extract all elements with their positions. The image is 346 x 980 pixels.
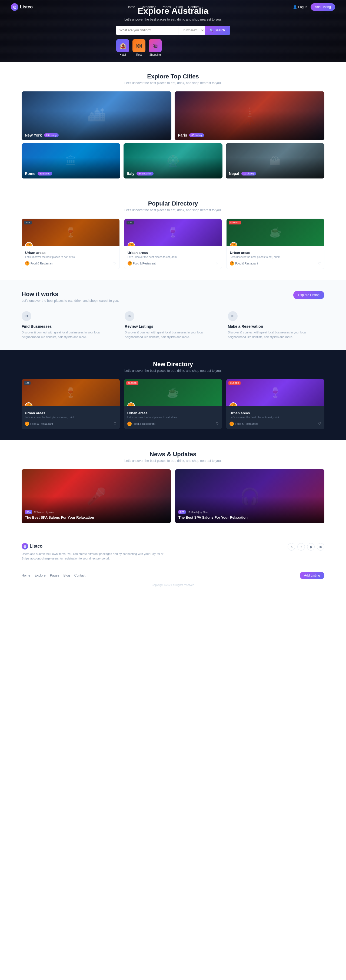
heart-icon-1[interactable]: ♡: [216, 261, 218, 265]
new-dir-card-2[interactable]: 🍷 CLOSED 🍊 Urban areas Let's uncover the…: [226, 379, 324, 429]
city-overlay: [22, 91, 171, 140]
footer-description: Users and submit their own items. You ca…: [22, 552, 170, 561]
new-dir-badge-0: 123: [24, 381, 30, 385]
how-step-2: 03 Make a Reservation Discover & connect…: [228, 311, 324, 339]
hero-categories: 🏨 Hotel 🍽 Rest 🛍 Shopping: [116, 39, 230, 56]
dir-title-2: Urban areas: [230, 251, 321, 255]
heart-icon-0[interactable]: ♡: [113, 261, 116, 265]
city-card-rome[interactable]: 🏛 Rome 50 Listing: [22, 143, 120, 178]
cat-shopping[interactable]: 🛍 Shopping: [149, 39, 162, 56]
nav-add-listing-button[interactable]: Add Listing: [311, 3, 335, 11]
explore-listing-button[interactable]: Explore Listing: [293, 291, 324, 299]
explore-cities-section: Explore Top Cities Let's uncover the bes…: [0, 62, 346, 189]
dir-desc-2: Let's uncover the best places to eat, dr…: [230, 255, 321, 259]
city-badge-italy: 54 Location: [136, 172, 154, 175]
news-card-0[interactable]: 🎤 SPA 12 March | by Alan The Best SPA Sa…: [22, 469, 171, 523]
new-dir-body-0: Urban areas Let's uncover the best place…: [22, 406, 120, 429]
new-dir-body-1: Urban areas Let's uncover the best place…: [124, 406, 222, 429]
city-card-newyork[interactable]: 🏙 New York 65 Listing: [22, 91, 171, 140]
dir-title-1: Urban areas: [128, 251, 219, 255]
footer-nav-right: Add Listing: [300, 572, 324, 579]
new-dir-card-1[interactable]: ☕ CLOSED 🍊 Urban areas Let's uncover the…: [124, 379, 222, 429]
new-heart-icon-0[interactable]: ♡: [114, 422, 116, 426]
social-pinterest[interactable]: 𝗽: [307, 543, 315, 550]
search-icon: 🔍: [210, 29, 214, 32]
new-heart-icon-1[interactable]: ♡: [216, 422, 219, 426]
dir-card-0[interactable]: 🍷 2 MI 🍊 Urban areas Let's uncover the b…: [22, 218, 120, 269]
dir-card-1[interactable]: 🍷 3 MI 🍊 Urban areas Let's uncover the b…: [124, 218, 222, 269]
dir-cat-icon-2: 🍊: [230, 261, 234, 266]
new-dir-cat-label-1: Food & Restaurant: [133, 422, 156, 425]
footer-nav-home[interactable]: Home: [22, 574, 30, 578]
heart-icon-2[interactable]: ♡: [318, 261, 321, 265]
city-name-italy: Italy: [127, 172, 134, 176]
news-tag-0: SPA: [25, 510, 32, 514]
new-dir-badge-2: CLOSED: [229, 381, 241, 385]
news-date-0: 12 March | by Alan: [34, 511, 54, 514]
dir-category-2: 🍊 Food & Restaurant: [230, 261, 258, 266]
footer-nav-explore[interactable]: Explore: [35, 574, 46, 578]
cat-restaurant[interactable]: 🍽 Rest: [132, 39, 145, 56]
new-dir-category-2: 🍊 Food & Restaurant: [230, 422, 258, 426]
news-content-1: SPA 12 March | by Alan The Best SPA Salo…: [178, 510, 321, 520]
hero-subtitle: Let's uncover the best places to eat, dr…: [116, 18, 230, 21]
social-twitter[interactable]: 𝕏: [287, 543, 295, 550]
footer-nav-contact[interactable]: Contact: [75, 574, 86, 578]
news-title: News & Updates: [22, 451, 324, 458]
city-card-italy[interactable]: 🎡 Italy 54 Location: [124, 143, 222, 178]
hero-search-bar: In where? 🔍 Search: [116, 26, 230, 35]
city-card-nepal[interactable]: 🏔 Nepal 19 Listing: [226, 143, 324, 178]
dir-cat-icon-0: 🍊: [25, 261, 29, 266]
restaurant-icon: 🍽: [132, 39, 145, 52]
new-dir-category-0: 🍊 Food & Restaurant: [25, 422, 53, 426]
popular-directory-grid: 🍷 2 MI 🍊 Urban areas Let's uncover the b…: [22, 218, 324, 269]
city-card-paris[interactable]: 🗼 Paris 46 Listing: [175, 91, 324, 140]
dir-card-2[interactable]: ☕ CLOSED 🍊 Urban areas Let's uncover the…: [226, 218, 324, 269]
location-select[interactable]: In where?: [178, 26, 205, 35]
nav-blog[interactable]: Blog: [176, 5, 183, 9]
how-step-1: 02 Review Listings Discover & connect wi…: [125, 311, 221, 339]
footer-nav-blog[interactable]: Blog: [63, 574, 70, 578]
step-number-1: 02: [125, 311, 134, 321]
step-desc-1: Discover & connect with great local busi…: [125, 330, 221, 339]
dir-title-0: Urban areas: [25, 251, 116, 255]
cities-bottom-grid: 🏛 Rome 50 Listing 🎡 Italy 54 Location: [22, 143, 324, 178]
nav-categories[interactable]: Categories: [141, 5, 156, 9]
dir-footer-2: 🍊 Food & Restaurant ♡: [230, 261, 321, 266]
login-link[interactable]: 👤 Log In: [293, 5, 307, 9]
new-dir-desc-0: Let's uncover the best places to eat, dr…: [25, 416, 116, 419]
news-card-1[interactable]: 🎧 SPA 12 March | by Alan The Best SPA Sa…: [175, 469, 324, 523]
nav-home[interactable]: Home: [127, 5, 135, 9]
new-dir-card-0[interactable]: 🍷 123 🍊 Urban areas Let's uncover the be…: [22, 379, 120, 429]
dir-card-image-2: ☕ CLOSED 🍊: [227, 219, 324, 246]
logo-icon: ◎: [11, 3, 18, 11]
dir-footer-0: 🍊 Food & Restaurant ♡: [25, 261, 116, 266]
footer-nav-pages[interactable]: Pages: [50, 574, 59, 578]
social-facebook[interactable]: f: [297, 543, 305, 550]
new-heart-icon-2[interactable]: ♡: [318, 422, 321, 426]
new-dir-category-1: 🍊 Food & Restaurant: [127, 422, 156, 426]
step-title-2: Make a Reservation: [228, 324, 324, 329]
nav-contact[interactable]: Contact: [188, 5, 199, 9]
footer-logo-text: Listco: [30, 544, 43, 549]
footer-add-listing-button[interactable]: Add Listing: [300, 572, 324, 579]
city-name-newyork: New York: [25, 133, 42, 137]
city-info-italy: Italy 54 Location: [127, 172, 154, 176]
new-dir-title-1: Urban areas: [127, 411, 219, 415]
new-dir-cat-icon-2: 🍊: [230, 422, 234, 426]
dir-body-2: Urban areas Let's uncover the best place…: [227, 246, 324, 269]
new-dir-body-2: Urban areas Let's uncover the best place…: [226, 406, 324, 429]
search-button[interactable]: 🔍 Search: [205, 26, 230, 35]
nav-pages[interactable]: Pages: [162, 5, 171, 9]
social-linkedin[interactable]: in: [317, 543, 324, 550]
dir-body-0: Urban areas Let's uncover the best place…: [22, 246, 119, 269]
new-dir-title: New Directory: [22, 361, 324, 368]
user-icon: 👤: [293, 5, 297, 9]
city-info-paris: Paris 46 Listing: [178, 133, 204, 137]
how-steps-grid: 01 Find Businesses Discover & connect wi…: [22, 311, 324, 339]
cat-hotel[interactable]: 🏨 Hotel: [116, 39, 129, 56]
new-directory-grid: 🍷 123 🍊 Urban areas Let's uncover the be…: [22, 379, 324, 429]
search-input[interactable]: [116, 26, 178, 35]
city-badge-nepal: 19 Listing: [241, 172, 256, 175]
dir-card-image-1: 🍷 3 MI 🍊: [124, 219, 222, 246]
